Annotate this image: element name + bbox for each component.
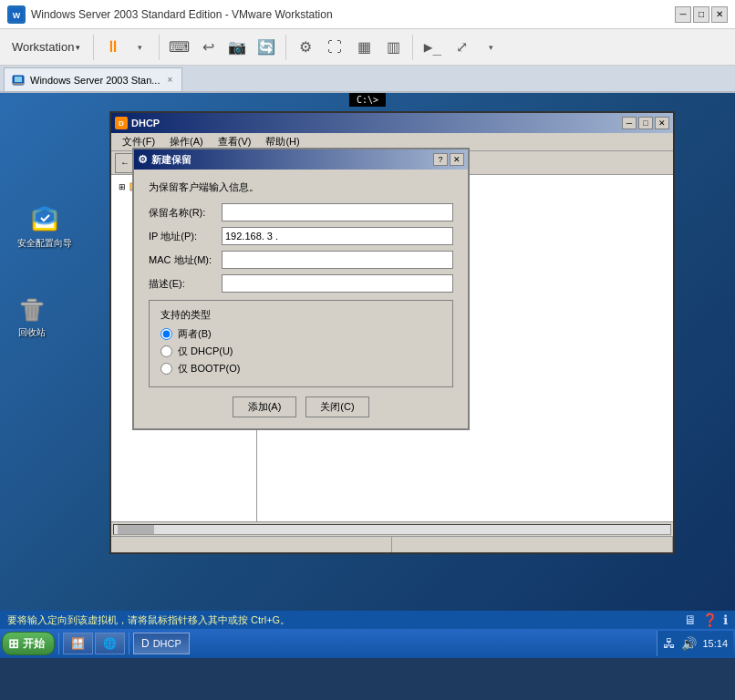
- dialog-close-btn[interactable]: 关闭(C): [305, 396, 369, 417]
- tab-close-button[interactable]: ×: [165, 75, 174, 85]
- description-row: 描述(E):: [149, 274, 453, 293]
- taskbar-item-dhcp[interactable]: D DHCP: [133, 633, 190, 654]
- vm-taskbar: ⊞ 开始 🪟 🌐 D DHCP: [0, 629, 735, 658]
- tab-bar: Windows Server 2003 Stan... ×: [0, 66, 735, 93]
- dhcp-status-pane-1: [111, 537, 392, 552]
- status-text: 要将输入定向到该虚拟机，请将鼠标指针移入其中或按 Ctrl+G。: [7, 613, 290, 627]
- vm-settings-button[interactable]: ⚙: [293, 35, 318, 60]
- radio-both[interactable]: [160, 328, 172, 340]
- dialog-help-button[interactable]: ?: [433, 153, 448, 166]
- pause-button[interactable]: ⏸: [100, 35, 126, 60]
- vm-viewport[interactable]: C:\> 安全配置向导: [0, 93, 735, 700]
- taskbar-separator: [58, 633, 59, 654]
- desktop-icon-security[interactable]: 安全配置向导: [14, 202, 76, 253]
- toolbar-pause-group: ⏸ ▾: [100, 35, 152, 60]
- recycle-icon: [17, 295, 47, 324]
- radio-bootp-only-label: 仅 BOOTP(O): [178, 362, 240, 376]
- status-network-icon[interactable]: 🖥: [684, 612, 697, 627]
- tray-volume-icon: 🔊: [681, 636, 697, 651]
- taskbar-separator-2: [129, 633, 129, 654]
- tray-network-icon: 🖧: [663, 636, 676, 651]
- security-icon-label: 安全配置向导: [17, 237, 72, 250]
- radio-dhcp-only-row: 仅 DHCP(U): [160, 345, 441, 358]
- start-icon: ⊞: [8, 636, 19, 651]
- start-button[interactable]: ⊞ 开始: [2, 632, 55, 655]
- window-title: Windows Server 2003 Standard Edition - V…: [31, 8, 669, 21]
- dhcp-window-controls: ─ □ ✕: [622, 117, 669, 129]
- console-button[interactable]: ▥: [380, 35, 406, 60]
- send-ctrl-alt-del-button[interactable]: ⌨: [166, 35, 192, 60]
- supported-types-legend: 支持的类型: [160, 308, 441, 322]
- security-icon: [30, 206, 59, 235]
- toolbar-separator-1: [93, 35, 94, 60]
- dialog-description: 为保留客户端输入信息。: [149, 180, 453, 194]
- full-screen-button[interactable]: ⛶: [322, 35, 347, 60]
- window-controls: ─ □ ✕: [675, 6, 728, 23]
- snapshot-button[interactable]: 📷: [224, 35, 250, 60]
- radio-both-row: 两者(B): [160, 327, 441, 341]
- dhcp-minimize-button[interactable]: ─: [622, 117, 637, 129]
- mac-address-row: MAC 地址(M):: [149, 251, 453, 269]
- ip-address-label: IP 地址(P):: [149, 230, 222, 243]
- toolbar-separator-3: [285, 35, 286, 60]
- status-help-icon[interactable]: ❓: [702, 612, 718, 627]
- system-tray: 🖧 🔊 15:14: [657, 631, 733, 656]
- description-input[interactable]: [222, 274, 453, 293]
- dialog-titlebar: ⚙ 新建保留 ? ✕: [134, 149, 468, 170]
- ip-address-input[interactable]: [222, 227, 453, 245]
- dialog-title-icon: ⚙: [138, 153, 148, 166]
- add-button[interactable]: 添加(A): [233, 396, 296, 417]
- vm-desktop[interactable]: C:\> 安全配置向导: [0, 93, 735, 658]
- expand-arrow-button[interactable]: ▾: [478, 35, 503, 60]
- reservation-name-row: 保留名称(R):: [149, 203, 453, 221]
- expand-button[interactable]: ⤢: [449, 35, 474, 60]
- revert-button[interactable]: ↩: [195, 35, 221, 60]
- taskbar-ie-icon: 🪟: [71, 637, 85, 650]
- mac-address-input[interactable]: [222, 251, 453, 269]
- maximize-button[interactable]: □: [693, 6, 709, 23]
- close-button[interactable]: ✕: [711, 6, 728, 23]
- taskbar-item-browser[interactable]: 🌐: [95, 633, 125, 654]
- desktop-icon-recycle[interactable]: 回收站: [14, 292, 50, 343]
- dhcp-maximize-button[interactable]: □: [638, 117, 653, 129]
- dhcp-titlebar: D DHCP ─ □ ✕: [111, 113, 673, 133]
- description-label: 描述(E):: [149, 277, 222, 291]
- vm-tab-label: Windows Server 2003 Stan...: [30, 75, 160, 86]
- vm-screen[interactable]: C:\> 安全配置向导: [0, 93, 735, 658]
- reservation-name-input[interactable]: [222, 203, 453, 221]
- radio-both-label: 两者(B): [178, 327, 212, 341]
- workstation-menu[interactable]: Workstation ▾: [5, 37, 87, 57]
- dhcp-scrollbar[interactable]: [111, 521, 673, 536]
- pause-arrow-button[interactable]: ▾: [127, 35, 152, 60]
- status-tray-icons: 🖥 ❓ ℹ: [684, 612, 728, 627]
- ip-address-row: IP 地址(P):: [149, 227, 453, 245]
- workstation-label: Workstation: [12, 40, 74, 54]
- radio-bootp-only-row: 仅 BOOTP(O): [160, 362, 441, 376]
- taskbar-item-ie[interactable]: 🪟: [63, 633, 93, 654]
- dhcp-statusbar: [111, 536, 673, 552]
- svg-text:W: W: [13, 11, 21, 20]
- status-info-icon[interactable]: ℹ: [723, 612, 728, 627]
- taskbar-dhcp-icon: D: [141, 637, 150, 650]
- dialog-close-button[interactable]: ✕: [450, 153, 464, 166]
- dhcp-h-scrollbar[interactable]: [113, 524, 671, 535]
- vm-tab[interactable]: Windows Server 2003 Stan... ×: [4, 67, 182, 91]
- reservation-name-label: 保留名称(R):: [149, 206, 222, 220]
- minimize-button[interactable]: ─: [675, 6, 691, 23]
- radio-dhcp-only[interactable]: [160, 345, 172, 357]
- new-reservation-dialog[interactable]: ⚙ 新建保留 ? ✕ 为保留客户端输入信息。 保留名称(R):: [132, 148, 470, 430]
- taskbar-dhcp-label: DHCP: [153, 638, 181, 649]
- terminal-button[interactable]: ▶_: [419, 35, 445, 60]
- svg-rect-7: [21, 303, 43, 305]
- dhcp-status-pane-2: [392, 537, 673, 552]
- cmd-indicator: C:\>: [349, 93, 386, 107]
- unity-button[interactable]: ▦: [351, 35, 377, 60]
- dhcp-close-button[interactable]: ✕: [655, 117, 669, 129]
- toolbar-separator-2: [159, 35, 160, 60]
- vmware-title-bar: W Windows Server 2003 Standard Edition -…: [0, 0, 735, 29]
- dhcp-h-scroll-thumb[interactable]: [118, 525, 154, 534]
- dialog-title: ⚙ 新建保留: [138, 153, 192, 167]
- radio-bootp-only[interactable]: [160, 363, 172, 375]
- toolbar-separator-4: [412, 35, 413, 60]
- restore-button[interactable]: 🔄: [254, 35, 279, 60]
